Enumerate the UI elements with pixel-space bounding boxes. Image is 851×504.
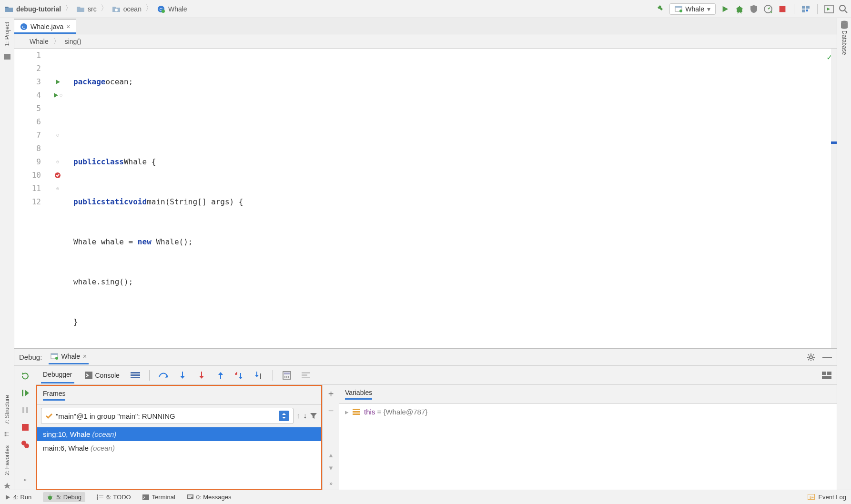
svg-point-26 (810, 356, 812, 359)
bottom-event-log[interactable]: 9+ Event Log (808, 494, 846, 501)
frame-row[interactable]: sing:10, Whale (ocean) (37, 427, 321, 441)
bottom-terminal[interactable]: Terminal (142, 494, 175, 501)
bottom-run[interactable]: 4: Run (5, 494, 31, 501)
rail-structure[interactable]: 7: Structure (4, 393, 10, 426)
frames-controls: "main"@1 in group "main": RUNNING ↑ ↓ (37, 405, 321, 427)
thread-selector[interactable]: "main"@1 in group "main": RUNNING (41, 408, 294, 424)
pause-icon[interactable] (20, 405, 30, 415)
down-icon[interactable]: ▼ (328, 464, 334, 472)
svg-point-40 (286, 376, 287, 377)
app-icon (675, 5, 682, 13)
add-watch-icon[interactable]: + (328, 389, 334, 400)
search-icon[interactable] (839, 4, 848, 14)
bottom-todo[interactable]: 6: TODO (97, 494, 131, 501)
editor-scrollbar[interactable] (831, 49, 837, 348)
build-icon[interactable] (655, 4, 665, 14)
debug-toolbar: Debugger Console (36, 366, 837, 385)
dropdown-caret-icon[interactable] (279, 411, 289, 421)
crumb-package[interactable]: ocean (110, 4, 143, 14)
tab-console[interactable]: Console (83, 368, 122, 383)
evaluate-icon[interactable] (282, 370, 292, 381)
debug-icon[interactable] (735, 4, 744, 14)
frame-row[interactable]: main:6, Whale (ocean) (37, 441, 321, 455)
resume-icon[interactable] (20, 388, 30, 398)
run-icon[interactable] (720, 4, 730, 14)
frames-list[interactable]: sing:10, Whale (ocean) main:6, Whale (oc… (37, 427, 321, 489)
svg-point-25 (55, 357, 58, 360)
view-breakpoints-icon[interactable] (20, 439, 30, 450)
terminal-icon (142, 494, 149, 500)
svg-rect-27 (22, 390, 23, 396)
close-icon[interactable]: × (83, 353, 87, 360)
run-to-cursor-icon[interactable] (253, 370, 264, 381)
next-frame-icon[interactable]: ↓ (303, 412, 307, 420)
run-config-selector[interactable]: Whale ▾ (669, 3, 716, 15)
svg-rect-34 (131, 372, 140, 373)
trace-icon[interactable] (301, 370, 311, 381)
package-icon (112, 5, 121, 13)
run-anything-icon[interactable] (824, 4, 834, 14)
var-value: = {Whale@787} (375, 408, 427, 416)
run-gutter-icon[interactable] (55, 79, 61, 85)
gear-icon[interactable] (806, 353, 816, 362)
rail-favorites[interactable]: 2: Favorites (4, 444, 10, 477)
crumb-src[interactable]: src (74, 4, 99, 14)
step-over-icon[interactable] (158, 370, 169, 381)
code-area[interactable]: package ocean; public class Whale { publ… (68, 49, 837, 348)
editor-tab-whale[interactable]: C Whale.java × (14, 19, 76, 33)
stop-icon[interactable] (20, 422, 30, 433)
breakpoint-hit-icon[interactable] (54, 171, 61, 179)
class-icon: C (20, 23, 28, 30)
svg-point-4 (162, 9, 165, 12)
code-editor[interactable]: 1 2 3 4 5 6 7 8 9 10 11 12 ⊖ (14, 49, 837, 348)
prev-frame-icon[interactable]: ↑ (296, 412, 300, 420)
variables-panel: Variables ▸ this = {Whale@787} (339, 385, 837, 490)
database-icon[interactable] (841, 21, 848, 29)
rail-database[interactable]: Database (841, 29, 848, 57)
profile-icon[interactable] (763, 4, 773, 14)
close-icon[interactable]: × (66, 23, 70, 30)
svg-rect-53 (353, 413, 360, 415)
crumb-class[interactable]: C Whale (155, 4, 189, 14)
svg-rect-30 (22, 424, 29, 431)
minimize-icon[interactable]: — (822, 352, 832, 363)
crumb-method-inner[interactable]: sing() (65, 38, 81, 45)
filter-icon[interactable] (310, 412, 317, 420)
rerun-icon[interactable] (20, 371, 30, 381)
up-icon[interactable]: ▲ (328, 452, 334, 459)
run-gutter-icon[interactable] (53, 92, 59, 98)
svg-rect-57 (97, 496, 98, 498)
chevrons-icon[interactable]: » (329, 477, 333, 490)
svg-rect-59 (99, 495, 103, 495)
folder-icon (5, 5, 13, 13)
stop-icon[interactable] (778, 4, 787, 14)
step-into-icon[interactable] (177, 370, 188, 381)
svg-text:C: C (22, 24, 25, 30)
force-step-into-icon[interactable] (196, 370, 207, 381)
structure-rail-icon[interactable] (3, 431, 11, 439)
threads-icon[interactable] (130, 370, 141, 381)
variables-body[interactable]: ▸ this = {Whale@787} (339, 404, 837, 490)
crumb-class-inner[interactable]: Whale (30, 38, 49, 45)
layout-icon[interactable] (821, 370, 832, 381)
expand-icon[interactable]: ▸ (345, 408, 349, 416)
step-out-icon[interactable] (215, 370, 226, 381)
coverage-icon[interactable] (749, 4, 759, 14)
bottom-messages[interactable]: 0: Messages (187, 494, 232, 501)
remove-watch-icon[interactable]: − (328, 405, 334, 416)
svg-rect-18 (4, 432, 6, 434)
debug-tool-window: Debug: Whale × — (14, 348, 837, 490)
chevrons-icon[interactable]: » (20, 474, 30, 485)
rail-project[interactable]: 1: Project (4, 20, 10, 48)
project-rail-icon[interactable] (3, 53, 11, 60)
crumb-project[interactable]: debug-tutorial (3, 4, 63, 14)
drop-frame-icon[interactable] (234, 370, 245, 381)
separator (817, 4, 818, 14)
project-structure-icon[interactable] (801, 4, 810, 14)
bottom-debug[interactable]: 5: Debug (43, 492, 85, 502)
svg-point-32 (24, 444, 29, 448)
debug-session-tab[interactable]: Whale × (49, 350, 89, 364)
tab-debugger[interactable]: Debugger (41, 367, 74, 383)
svg-rect-48 (822, 372, 826, 375)
star-icon[interactable] (3, 482, 11, 490)
